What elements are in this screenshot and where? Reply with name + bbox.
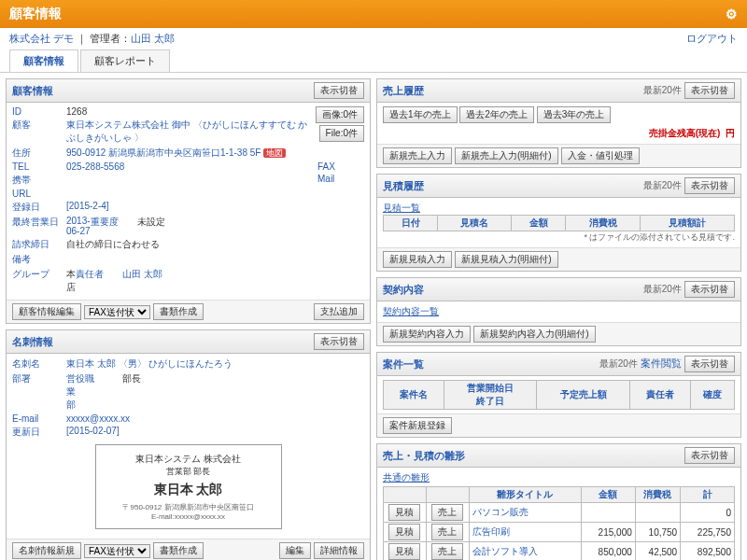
new-estimate-detail-button[interactable]: 新規見積入力(明細付) [455,251,558,268]
fax-select[interactable]: FAX送付状 [84,305,150,319]
map-badge[interactable]: 地図 [263,148,286,158]
estimate-table: 日付見積名金額消費税見積額計 [383,215,735,231]
estimate-history-panel: 見積履歴最新20件 表示切替 見積一覧 日付見積名金額消費税見積額計 * はファ… [376,174,741,272]
meishi-new-button[interactable]: 名刺情報新規 [12,542,81,559]
edit-customer-button[interactable]: 顧客情報編集 [12,303,81,320]
estimate-button[interactable]: 見積 [388,504,420,521]
detail-button[interactable]: 詳細情報 [314,542,364,559]
edit-button[interactable]: 編集 [279,542,311,559]
toggle-button[interactable]: 表示切替 [314,82,364,99]
year3-button[interactable]: 過去3年の売上 [537,106,612,123]
hinagata-panel: 売上・見積の雛形表示切替 共通の雛形 雛形タイトル金額消費税計 見積売上パソコン… [376,443,741,560]
toggle-button[interactable]: 表示切替 [684,177,735,194]
payment-button[interactable]: 支払追加 [314,303,364,320]
year1-button[interactable]: 過去1年の売上 [383,106,458,123]
anken-panel: 案件一覧最新20件 案件閲覧 表示切替 案件名営業開始日 終了日予定売上額責任者… [376,352,741,438]
toggle-button[interactable]: 表示切替 [684,447,735,464]
new-estimate-button[interactable]: 新規見積入力 [383,251,452,268]
estimate-button[interactable]: 見積 [388,524,420,540]
table-row: 見積売上会計ソフト導入850,00042,500892,500 [384,542,735,561]
table-row: 見積売上広告印刷215,00010,750225,750 [384,523,735,542]
image-button[interactable]: 画像:0件 [316,106,364,123]
anken-register-button[interactable]: 案件新規登録 [383,417,452,434]
meishi-panel: 名刺情報表示切替 名刺名東日本 太郎 〈男〉 ひがしにほんたろう 部署営業部役職… [6,329,371,560]
tab-customer-report[interactable]: 顧客レポート [80,49,170,72]
new-contract-detail-button[interactable]: 新規契約内容入力(明細付) [473,326,596,343]
new-sales-detail-button[interactable]: 新規売上入力(明細付) [455,147,558,164]
breadcrumb: 株式会社 デモ ｜ 管理者：山田 太郎 [9,32,175,46]
file-button[interactable]: File:0件 [319,125,364,142]
business-card: 東日本システム 株式会社 営業部 部長 東日本 太郎 〒950-0912 新潟県… [95,444,282,529]
hinagata-table: 雛形タイトル金額消費税計 見積売上パソコン販売0見積売上広告印刷215,0001… [383,486,735,560]
page-title: 顧客情報 [9,6,62,22]
sales-button[interactable]: 売上 [431,504,463,521]
toggle-button[interactable]: 表示切替 [684,356,735,372]
toggle-button[interactable]: 表示切替 [684,281,735,298]
contract-panel: 契約内容最新20件 表示切替 契約内容一覧 新規契約内容入力 新規契約内容入力(… [376,277,741,346]
anken-table: 案件名営業開始日 終了日予定売上額責任者確度 [383,380,735,410]
doc-button[interactable]: 書類作成 [153,542,204,559]
new-sales-button[interactable]: 新規売上入力 [383,147,452,164]
sales-button[interactable]: 売上 [431,524,463,540]
estimate-list-link[interactable]: 見積一覧 [383,202,735,215]
customer-info-panel: 顧客情報表示切替 画像:0件 File:0件 ID1268 顧客東日本システム株… [6,78,371,324]
fax-select[interactable]: FAX送付状 [84,544,150,558]
new-contract-button[interactable]: 新規契約内容入力 [383,326,471,343]
payment-button[interactable]: 入金・値引処理 [561,147,640,164]
sales-button[interactable]: 売上 [431,543,463,560]
tab-customer-info[interactable]: 顧客情報 [9,49,78,72]
gear-icon[interactable]: ⚙ [726,7,738,21]
table-row: 見積売上パソコン販売0 [384,503,735,523]
doc-button[interactable]: 書類作成 [153,303,204,320]
year2-button[interactable]: 過去2年の売上 [459,106,534,123]
toggle-button[interactable]: 表示切替 [684,82,735,99]
estimate-button[interactable]: 見積 [388,543,420,560]
contract-list-link[interactable]: 契約内容一覧 [383,306,439,316]
toggle-button[interactable]: 表示切替 [314,333,364,350]
logout-link[interactable]: ログアウト [686,32,738,46]
sales-history-panel: 売上履歴最新20件 表示切替 過去1年の売上 過去2年の売上 過去3年の売上 売… [376,78,741,168]
